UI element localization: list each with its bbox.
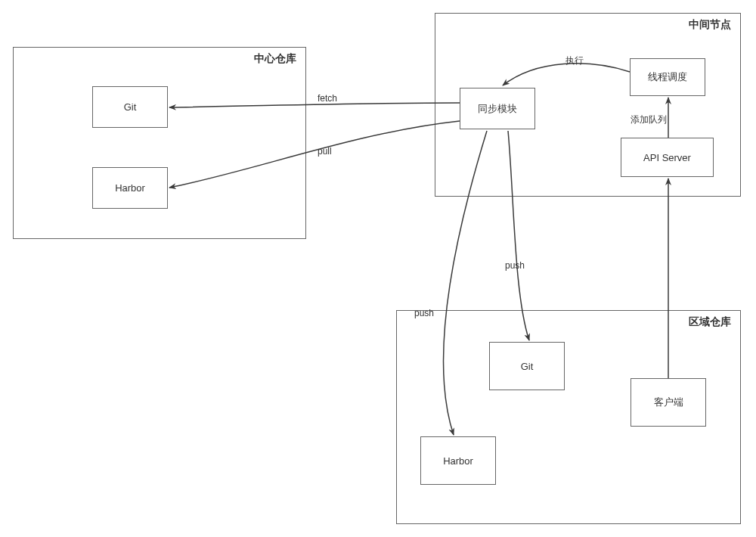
title-middle-node: 中间节点 xyxy=(689,18,731,32)
label-push-harbor: push xyxy=(414,308,434,318)
node-api-server: API Server xyxy=(621,138,714,177)
label-pull: pull xyxy=(318,146,332,157)
node-client: 客户端 xyxy=(631,378,706,427)
node-regional-git: Git xyxy=(489,342,565,390)
container-central-repo: 中心仓库 xyxy=(13,47,306,239)
node-regional-harbor: Harbor xyxy=(420,436,496,485)
title-central-repo: 中心仓库 xyxy=(254,52,296,66)
title-regional-repo: 区域仓库 xyxy=(689,315,731,329)
node-central-git: Git xyxy=(92,86,168,128)
label-fetch: fetch xyxy=(318,93,337,104)
label-push-git: push xyxy=(505,260,525,271)
label-add-queue: 添加队列 xyxy=(631,113,667,126)
label-execute: 执行 xyxy=(565,54,584,67)
node-sync-module: 同步模块 xyxy=(460,88,535,129)
node-central-harbor: Harbor xyxy=(92,167,168,209)
node-thread-sched: 线程调度 xyxy=(630,58,705,96)
